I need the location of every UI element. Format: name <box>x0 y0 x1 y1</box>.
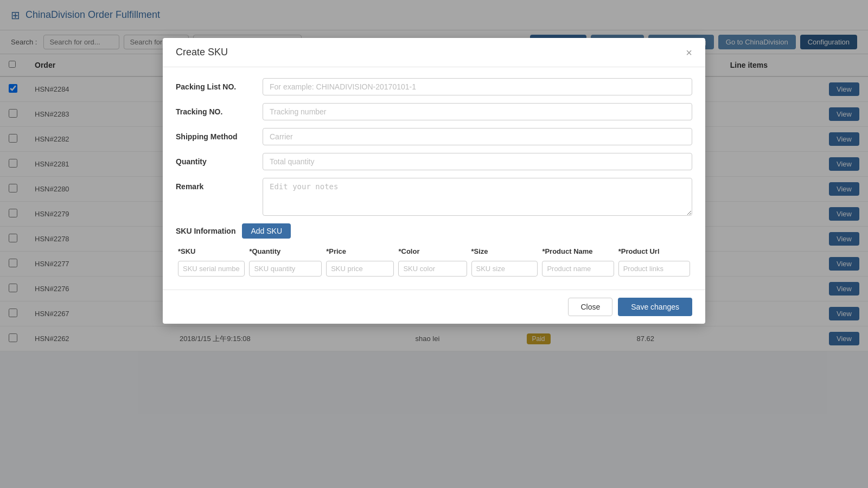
modal-body: Packing List NO. Tracking NO. Shipping M… <box>163 67 705 290</box>
sku-section: SKU Information Add SKU *SKU*Quantity*Pr… <box>176 223 692 279</box>
create-sku-modal: Create SKU × Packing List NO. Tracking N… <box>163 38 705 324</box>
sku-input-cell <box>540 259 616 279</box>
shipping-method-input[interactable] <box>263 128 692 145</box>
sku-col-header: *Price <box>324 244 396 259</box>
packing-list-row: Packing List NO. <box>176 78 692 95</box>
modal-title: Create SKU <box>176 47 228 58</box>
sku-col-header: *Quantity <box>247 244 324 259</box>
remark-row: Remark <box>176 178 692 216</box>
tracking-label: Tracking NO. <box>176 103 263 116</box>
quantity-label: Quantity <box>176 153 263 166</box>
packing-list-label: Packing List NO. <box>176 78 263 91</box>
modal-close-button[interactable]: × <box>686 47 692 58</box>
tracking-row: Tracking NO. <box>176 103 692 120</box>
sku-input-cell <box>324 259 396 279</box>
modal-footer: Close Save changes <box>163 290 705 324</box>
sku-field-input[interactable] <box>326 261 394 277</box>
remark-textarea[interactable] <box>263 178 692 216</box>
sku-field-input[interactable] <box>618 261 690 277</box>
tracking-input[interactable] <box>263 103 692 120</box>
sku-table: *SKU*Quantity*Price*Color*Size*Product N… <box>176 244 692 279</box>
quantity-input[interactable] <box>263 153 692 170</box>
sku-col-header: *Product Name <box>540 244 616 259</box>
modal-overlay: Create SKU × Packing List NO. Tracking N… <box>0 0 868 351</box>
sku-section-label: SKU Information <box>176 227 235 235</box>
packing-list-input[interactable] <box>263 78 692 95</box>
sku-field-input[interactable] <box>398 261 467 277</box>
sku-header-row: SKU Information Add SKU <box>176 223 692 239</box>
sku-col-header: *Size <box>469 244 540 259</box>
save-changes-button[interactable]: Save changes <box>618 298 692 316</box>
close-modal-button[interactable]: Close <box>568 298 612 316</box>
sku-input-cell <box>247 259 324 279</box>
sku-input-cell <box>616 259 692 279</box>
sku-col-header: *Color <box>396 244 469 259</box>
sku-field-input[interactable] <box>249 261 322 277</box>
add-sku-button[interactable]: Add SKU <box>242 223 291 239</box>
modal-header: Create SKU × <box>163 38 705 67</box>
sku-col-header: *SKU <box>176 244 247 259</box>
sku-field-input[interactable] <box>471 261 538 277</box>
remark-label: Remark <box>176 178 263 191</box>
shipping-method-row: Shipping Method <box>176 128 692 145</box>
sku-field-input[interactable] <box>178 261 245 277</box>
sku-col-header: *Product Url <box>616 244 692 259</box>
sku-input-cell <box>396 259 469 279</box>
sku-input-cell <box>469 259 540 279</box>
shipping-method-label: Shipping Method <box>176 128 263 141</box>
sku-input-cell <box>176 259 247 279</box>
quantity-row: Quantity <box>176 153 692 170</box>
sku-field-input[interactable] <box>542 261 614 277</box>
